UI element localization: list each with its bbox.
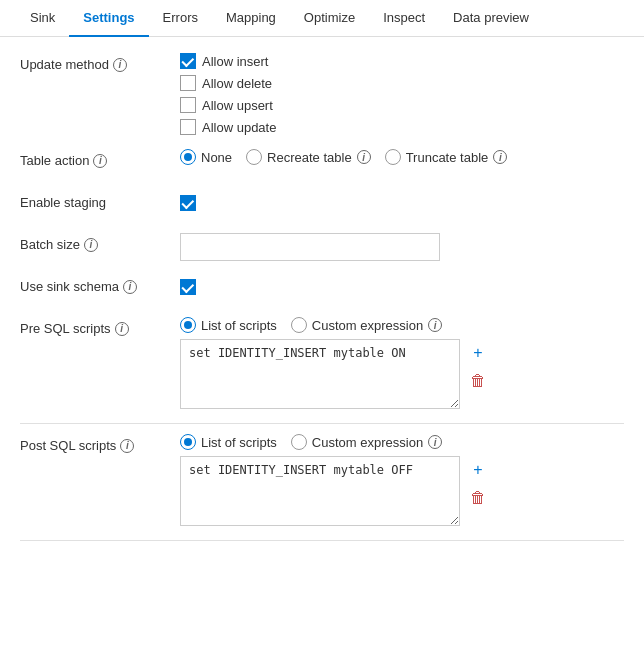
use-sink-schema-checkbox[interactable]: [180, 279, 196, 295]
section-divider-1: [20, 423, 624, 424]
pre-sql-list-label: List of scripts: [201, 318, 277, 333]
tab-settings[interactable]: Settings: [69, 0, 148, 37]
pre-sql-scripts-label: Pre SQL scripts i: [20, 317, 180, 336]
post-sql-actions: + 🗑: [466, 456, 490, 510]
use-sink-schema-row: Use sink schema i: [20, 275, 624, 303]
table-action-truncate[interactable]: Truncate table i: [385, 149, 508, 165]
tab-optimize[interactable]: Optimize: [290, 0, 369, 37]
post-sql-textarea[interactable]: set IDENTITY_INSERT mytable OFF: [180, 456, 460, 526]
post-sql-scripts-row: Post SQL scripts i List of scripts Custo…: [20, 434, 624, 526]
table-action-none[interactable]: None: [180, 149, 232, 165]
allow-delete-label: Allow delete: [202, 76, 272, 91]
pre-sql-custom-radio[interactable]: [291, 317, 307, 333]
use-sink-schema-info-icon: i: [123, 280, 137, 294]
update-method-controls: Allow insert Allow delete Allow upsert A…: [180, 53, 624, 135]
allow-upsert-row: Allow upsert: [180, 97, 624, 113]
table-action-truncate-radio[interactable]: [385, 149, 401, 165]
table-action-radio-group: None Recreate table i Truncate table i: [180, 149, 624, 165]
pre-sql-textarea[interactable]: set IDENTITY_INSERT mytable ON: [180, 339, 460, 409]
pre-sql-radio-group: List of scripts Custom expression i: [180, 317, 624, 333]
section-divider-2: [20, 540, 624, 541]
pre-sql-script-block: set IDENTITY_INSERT mytable ON + 🗑: [180, 339, 624, 409]
post-sql-list-of-scripts[interactable]: List of scripts: [180, 434, 277, 450]
batch-size-info-icon: i: [84, 238, 98, 252]
pre-sql-list-of-scripts[interactable]: List of scripts: [180, 317, 277, 333]
allow-update-checkbox[interactable]: [180, 119, 196, 135]
recreate-table-info-icon: i: [357, 150, 371, 164]
pre-sql-list-radio[interactable]: [180, 317, 196, 333]
enable-staging-row: Enable staging: [20, 191, 624, 219]
post-sql-custom-label: Custom expression: [312, 435, 423, 450]
pre-sql-delete-button[interactable]: 🗑: [466, 369, 490, 393]
enable-staging-checkbox[interactable]: [180, 195, 196, 211]
settings-content: Update method i Allow insert Allow delet…: [0, 37, 644, 567]
allow-delete-checkbox[interactable]: [180, 75, 196, 91]
tab-data-preview[interactable]: Data preview: [439, 0, 543, 37]
allow-upsert-checkbox[interactable]: [180, 97, 196, 113]
truncate-table-info-icon: i: [493, 150, 507, 164]
post-sql-list-radio[interactable]: [180, 434, 196, 450]
post-sql-delete-button[interactable]: 🗑: [466, 486, 490, 510]
tab-inspect[interactable]: Inspect: [369, 0, 439, 37]
post-sql-script-block: set IDENTITY_INSERT mytable OFF + 🗑: [180, 456, 624, 526]
table-action-recreate[interactable]: Recreate table i: [246, 149, 371, 165]
tab-bar: Sink Settings Errors Mapping Optimize In…: [0, 0, 644, 37]
post-sql-custom-info-icon: i: [428, 435, 442, 449]
post-sql-custom-radio[interactable]: [291, 434, 307, 450]
post-sql-scripts-info-icon: i: [120, 439, 134, 453]
batch-size-input[interactable]: [180, 233, 440, 261]
tab-mapping[interactable]: Mapping: [212, 0, 290, 37]
post-sql-scripts-label: Post SQL scripts i: [20, 434, 180, 453]
table-action-row: Table action i None Recreate table i Tru…: [20, 149, 624, 177]
enable-staging-controls: [180, 191, 624, 211]
post-sql-add-button[interactable]: +: [466, 458, 490, 482]
use-sink-schema-label: Use sink schema i: [20, 275, 180, 294]
update-method-info-icon: i: [113, 58, 127, 72]
post-sql-list-label: List of scripts: [201, 435, 277, 450]
allow-update-label: Allow update: [202, 120, 276, 135]
pre-sql-scripts-controls: List of scripts Custom expression i set …: [180, 317, 624, 409]
batch-size-controls: [180, 233, 624, 261]
post-sql-scripts-controls: List of scripts Custom expression i set …: [180, 434, 624, 526]
allow-delete-row: Allow delete: [180, 75, 624, 91]
table-action-info-icon: i: [93, 154, 107, 168]
pre-sql-actions: + 🗑: [466, 339, 490, 393]
post-sql-radio-group: List of scripts Custom expression i: [180, 434, 624, 450]
pre-sql-scripts-row: Pre SQL scripts i List of scripts Custom…: [20, 317, 624, 409]
table-action-label: Table action i: [20, 149, 180, 168]
update-method-row: Update method i Allow insert Allow delet…: [20, 53, 624, 135]
allow-update-row: Allow update: [180, 119, 624, 135]
post-sql-custom-expression[interactable]: Custom expression i: [291, 434, 442, 450]
batch-size-row: Batch size i: [20, 233, 624, 261]
table-action-none-label: None: [201, 150, 232, 165]
use-sink-schema-controls: [180, 275, 624, 295]
enable-staging-label: Enable staging: [20, 191, 180, 210]
allow-insert-checkbox[interactable]: [180, 53, 196, 69]
batch-size-label: Batch size i: [20, 233, 180, 252]
allow-insert-row: Allow insert: [180, 53, 624, 69]
tab-sink[interactable]: Sink: [16, 0, 69, 37]
update-method-label: Update method i: [20, 53, 180, 72]
table-action-none-radio[interactable]: [180, 149, 196, 165]
pre-sql-scripts-info-icon: i: [115, 322, 129, 336]
tab-errors[interactable]: Errors: [149, 0, 212, 37]
pre-sql-custom-info-icon: i: [428, 318, 442, 332]
table-action-controls: None Recreate table i Truncate table i: [180, 149, 624, 165]
table-action-recreate-label: Recreate table: [267, 150, 352, 165]
pre-sql-add-button[interactable]: +: [466, 341, 490, 365]
allow-insert-label: Allow insert: [202, 54, 268, 69]
table-action-truncate-label: Truncate table: [406, 150, 489, 165]
pre-sql-custom-label: Custom expression: [312, 318, 423, 333]
table-action-recreate-radio[interactable]: [246, 149, 262, 165]
allow-upsert-label: Allow upsert: [202, 98, 273, 113]
pre-sql-custom-expression[interactable]: Custom expression i: [291, 317, 442, 333]
